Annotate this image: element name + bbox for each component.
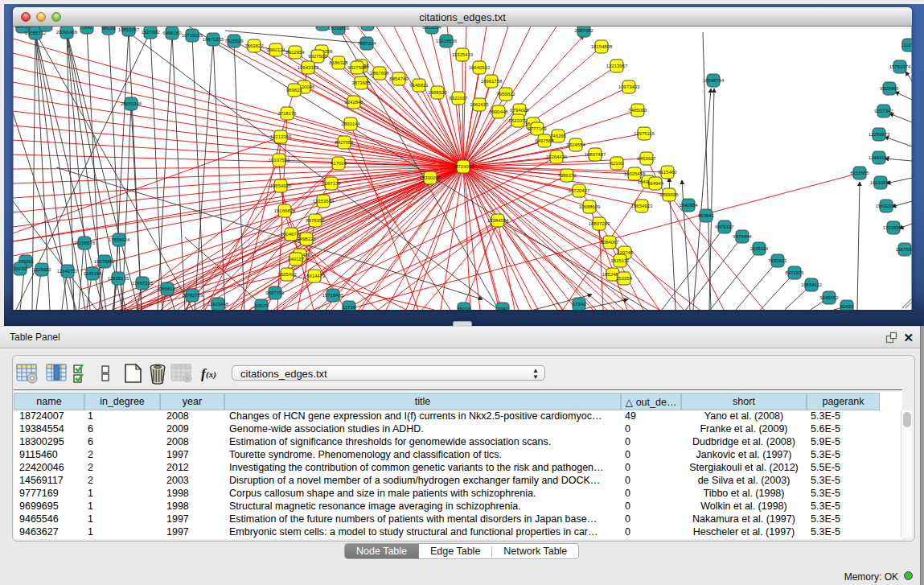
svg-text:20091406: 20091406	[56, 30, 78, 35]
svg-text:1145194: 1145194	[84, 271, 103, 276]
svg-text:17957225: 17957225	[132, 281, 154, 286]
svg-text:1962615: 1962615	[470, 102, 489, 107]
svg-text:2718176: 2718176	[277, 111, 297, 116]
svg-text:18807249: 18807249	[589, 221, 610, 226]
svg-text:16107553: 16107553	[269, 158, 290, 163]
svg-text:989621: 989621	[286, 88, 303, 93]
svg-text:16154808: 16154808	[591, 44, 613, 49]
svg-text:2935114: 2935114	[750, 246, 770, 251]
svg-text:17359924: 17359924	[109, 237, 130, 242]
svg-text:9227342: 9227342	[874, 109, 893, 113]
svg-text:893841: 893841	[698, 213, 715, 218]
svg-text:6497568: 6497568	[535, 138, 554, 143]
svg-text:6794028: 6794028	[510, 108, 529, 113]
svg-text:8186328: 8186328	[329, 60, 348, 65]
svg-text:9115460: 9115460	[659, 170, 678, 175]
svg-text:6479197: 6479197	[715, 225, 734, 229]
svg-text:16548764: 16548764	[703, 78, 725, 83]
svg-text:18300295: 18300295	[420, 175, 441, 180]
svg-text:9660124: 9660124	[266, 47, 285, 52]
svg-text:7625402: 7625402	[277, 272, 297, 277]
svg-text:2803144: 2803144	[341, 122, 360, 126]
svg-text:9327508: 9327508	[347, 65, 367, 70]
svg-text:7515526: 7515526	[224, 39, 244, 43]
svg-text:16543362: 16543362	[298, 65, 319, 70]
svg-text:8454749: 8454749	[389, 76, 409, 81]
svg-text:19692971: 19692971	[876, 204, 897, 208]
svg-text:8322037: 8322037	[449, 96, 468, 101]
svg-text:9146821: 9146821	[409, 83, 429, 88]
svg-text:7986372: 7986372	[557, 173, 577, 178]
svg-text:15716485: 15716485	[322, 293, 344, 298]
svg-text:16671355: 16671355	[203, 37, 224, 42]
svg-text:9899695: 9899695	[659, 192, 679, 197]
svg-text:12444158: 12444158	[869, 155, 890, 160]
svg-text:20206576: 20206576	[74, 241, 96, 245]
svg-text:9242848: 9242848	[344, 100, 363, 105]
svg-text:10973403: 10973403	[618, 84, 640, 89]
svg-text:10025458: 10025458	[624, 171, 646, 176]
svg-text:15751074: 15751074	[889, 64, 911, 69]
svg-text:17342: 17342	[573, 302, 586, 307]
svg-text:10958187: 10958187	[157, 286, 179, 291]
svg-text:9245652: 9245652	[819, 295, 839, 300]
svg-text:9327503: 9327503	[308, 54, 327, 59]
svg-text:39159: 39159	[14, 266, 27, 271]
svg-text:104729: 104729	[14, 27, 31, 29]
svg-text:55216: 55216	[458, 307, 471, 310]
svg-text:10853257: 10853257	[118, 27, 140, 32]
svg-text:2867608: 2867608	[370, 71, 389, 76]
svg-text:3873685: 3873685	[351, 80, 371, 85]
svg-text:19975867: 19975867	[94, 259, 116, 264]
svg-text:1527602: 1527602	[141, 30, 160, 35]
svg-text:1640954: 1640954	[679, 203, 698, 208]
svg-text:12975115: 12975115	[634, 131, 655, 136]
svg-text:10654112: 10654112	[801, 282, 823, 287]
svg-text:17016504: 17016504	[883, 225, 905, 230]
svg-text:16782759: 16782759	[182, 293, 203, 298]
svg-text:15726: 15726	[343, 305, 356, 310]
svg-text:164944: 164944	[647, 181, 664, 186]
svg-text:13218506: 13218506	[436, 39, 458, 43]
svg-text:28053346: 28053346	[121, 101, 142, 106]
svg-text:3498222: 3498222	[297, 237, 316, 241]
svg-text:11325419: 11325419	[452, 52, 474, 57]
svg-text:19166825: 19166825	[274, 208, 296, 213]
svg-text:8267130: 8267130	[322, 181, 341, 186]
svg-text:12942757: 12942757	[57, 269, 79, 274]
svg-text:10807487: 10807487	[585, 152, 606, 157]
svg-text:12505135: 12505135	[108, 276, 129, 281]
svg-text:2087682: 2087682	[574, 28, 593, 33]
svg-text:9657791: 9657791	[265, 290, 285, 295]
svg-text:7632621: 7632621	[768, 258, 787, 263]
svg-text:8215955: 8215955	[850, 171, 869, 175]
svg-text:7857224: 7857224	[357, 41, 376, 46]
svg-text:9329966: 9329966	[880, 86, 899, 91]
svg-text:8912954: 8912954	[285, 50, 305, 55]
svg-text:11923448: 11923448	[207, 302, 229, 307]
svg-text:19654923: 19654923	[631, 204, 653, 208]
svg-text:16961758: 16961758	[481, 79, 503, 84]
svg-text:92450: 92450	[840, 304, 854, 309]
svg-text:19654925: 19654925	[270, 183, 292, 188]
svg-text:417006: 417006	[331, 161, 347, 166]
svg-text:8678352: 8678352	[306, 218, 325, 223]
svg-text:16914479: 16914479	[304, 274, 326, 278]
svg-text:15720407: 15720407	[569, 188, 590, 193]
svg-text:9777169: 9777169	[528, 126, 547, 131]
svg-text:1115682: 1115682	[33, 267, 51, 272]
svg-text:9474444: 9474444	[733, 234, 752, 239]
svg-text:10923: 10923	[255, 303, 269, 308]
svg-text:12353594: 12353594	[313, 199, 335, 204]
svg-text:140127: 140127	[288, 257, 305, 262]
svg-text:12093873: 12093873	[869, 132, 890, 137]
svg-text:18724007: 18724007	[453, 164, 474, 169]
svg-text:16033809: 16033809	[328, 27, 350, 31]
svg-text:205: 205	[42, 27, 51, 27]
svg-text:20364436: 20364436	[546, 154, 568, 159]
svg-text:12213369: 12213369	[270, 134, 292, 139]
svg-text:7955812: 7955812	[496, 92, 515, 97]
svg-text:10719155: 10719155	[182, 33, 203, 38]
svg-text:3342: 3342	[497, 307, 508, 310]
svg-text:1615132: 1615132	[610, 258, 630, 263]
